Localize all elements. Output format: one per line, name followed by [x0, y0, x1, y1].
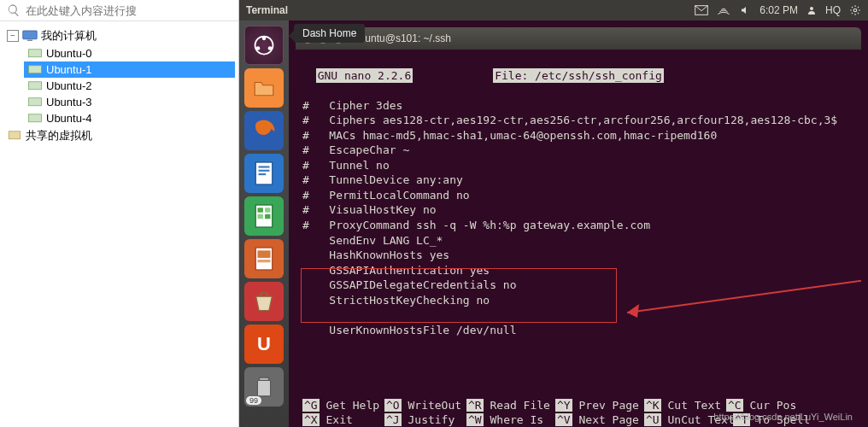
firefox-icon[interactable]: [244, 111, 284, 150]
vm-display: Terminal 6:02 PM HQ Dash Home: [239, 0, 868, 427]
config-line: # Cipher 3des: [302, 99, 402, 112]
config-line: HashKnownHosts yes: [302, 249, 449, 261]
vm-icon: [27, 80, 43, 92]
svg-rect-2: [29, 49, 42, 56]
svg-rect-29: [260, 377, 269, 380]
unity-launcher: U 99: [239, 20, 289, 427]
search-icon: [7, 3, 21, 17]
svg-point-13: [268, 46, 273, 50]
computer-icon: [22, 30, 38, 42]
user-icon[interactable]: [806, 5, 817, 15]
ubuntu-one-icon[interactable]: U: [244, 325, 284, 364]
active-app-title: Terminal: [246, 4, 288, 16]
search-input[interactable]: [26, 4, 232, 17]
vm-tree: − 我的计算机 Ubuntu-0 Ubuntu-1 Ubuntu-2 Ubunt…: [0, 21, 238, 150]
files-icon[interactable]: [244, 68, 284, 108]
dash-home-icon[interactable]: [244, 26, 284, 65]
svg-rect-3: [29, 65, 42, 73]
search-bar[interactable]: [0, 0, 238, 21]
svg-rect-5: [29, 97, 42, 105]
svg-rect-0: [23, 31, 38, 39]
config-line: # ProxyCommand ssh -q -W %h:%p gateway.e…: [302, 219, 650, 231]
svg-rect-24: [265, 214, 270, 219]
shared-icon: [7, 130, 22, 142]
config-line: # Tunnel no: [302, 159, 390, 172]
config-line: # EscapeChar ~: [302, 143, 409, 156]
svg-rect-6: [29, 114, 42, 121]
trash-icon[interactable]: 99: [244, 367, 284, 407]
svg-rect-7: [9, 132, 21, 139]
config-line: # Ciphers aes128-ctr,aes192-ctr,aes256-c…: [302, 114, 837, 126]
tree-label: 我的计算机: [41, 28, 97, 44]
nano-file: File: /etc/ssh/ssh_config: [493, 68, 664, 84]
clock[interactable]: 6:02 PM: [760, 4, 798, 16]
volume-icon[interactable]: [739, 5, 751, 15]
tree-root-shared[interactable]: 共享的虚拟机: [3, 126, 235, 145]
vm-sidebar: − 我的计算机 Ubuntu-0 Ubuntu-1 Ubuntu-2 Ubunt…: [0, 0, 239, 427]
svg-rect-26: [257, 250, 270, 258]
vm-icon: [27, 48, 43, 60]
tree-item-ubuntu-0[interactable]: Ubuntu-0: [24, 45, 235, 61]
svg-rect-23: [257, 214, 262, 219]
tree-item-label: Ubuntu-3: [46, 96, 91, 108]
vm-icon: [27, 97, 43, 108]
config-line: # TunnelDevice any:any: [302, 173, 463, 186]
annotation-arrow-icon: [619, 272, 861, 348]
tree-item-ubuntu-2[interactable]: Ubuntu-2: [24, 78, 235, 94]
terminal-title: ubuntu@s101: ~/.ssh: [354, 32, 451, 44]
collapse-icon[interactable]: −: [7, 30, 19, 42]
calc-icon[interactable]: [244, 196, 284, 236]
svg-point-9: [810, 7, 813, 10]
tree-item-label: Ubuntu-2: [46, 79, 91, 92]
tree-root-mycomputer[interactable]: − 我的计算机: [3, 26, 235, 45]
svg-rect-17: [259, 166, 270, 167]
svg-rect-4: [29, 81, 42, 89]
terminal-window: ubuntu@s101: ~/.ssh GNU nano 2.2.6 File:…: [289, 20, 868, 427]
gear-icon[interactable]: [849, 4, 861, 16]
network-icon[interactable]: [717, 5, 730, 15]
config-line: # PermitLocalCommand no: [302, 189, 470, 202]
config-line: # MACs hmac-md5,hmac-sha1,umac-64@openss…: [302, 129, 717, 142]
terminal-body[interactable]: GNU nano 2.2.6 File: /etc/ssh/ssh_config…: [296, 50, 861, 427]
trash-badge: 99: [246, 396, 261, 405]
tree-item-label: Ubuntu-1: [46, 63, 91, 76]
svg-rect-21: [257, 208, 262, 212]
impress-icon[interactable]: [244, 239, 284, 278]
tree-item-ubuntu-4[interactable]: Ubuntu-4: [24, 110, 235, 126]
svg-line-30: [627, 280, 861, 313]
vm-icon: [27, 64, 43, 76]
system-tray[interactable]: 6:02 PM HQ: [695, 4, 861, 16]
svg-rect-28: [257, 380, 270, 395]
svg-point-10: [853, 9, 857, 12]
software-center-icon[interactable]: [244, 282, 284, 321]
svg-rect-22: [265, 208, 270, 212]
svg-rect-19: [259, 173, 267, 175]
nano-version: GNU nano 2.2.6: [316, 68, 413, 84]
svg-marker-31: [627, 304, 639, 318]
config-line: SendEnv LANG LC_*: [302, 234, 443, 247]
dash-tooltip: Dash Home: [294, 24, 365, 43]
annotation-box: [301, 268, 617, 323]
vm-icon: [27, 113, 43, 125]
tree-item-label: Ubuntu-0: [46, 47, 91, 60]
user-label[interactable]: HQ: [825, 4, 841, 16]
tree-item-ubuntu-3[interactable]: Ubuntu-3: [24, 94, 235, 110]
svg-rect-27: [257, 260, 270, 262]
svg-rect-18: [259, 170, 270, 172]
ubuntu-topbar: Terminal 6:02 PM HQ: [239, 0, 868, 20]
tree-label: 共享的虚拟机: [26, 128, 92, 143]
tree-item-ubuntu-1[interactable]: Ubuntu-1: [24, 61, 235, 78]
config-line: UserKnownHostsFile /dev/null: [302, 324, 516, 336]
tree-item-label: Ubuntu-4: [46, 112, 91, 125]
watermark: https://blog.csdn.net/LuYi_WeiLin: [713, 412, 853, 422]
svg-point-12: [262, 37, 267, 41]
mail-icon[interactable]: [695, 5, 708, 15]
writer-icon[interactable]: [244, 154, 284, 193]
svg-point-14: [256, 46, 261, 50]
config-line: # VisualHostKey no: [302, 203, 437, 216]
svg-rect-1: [27, 40, 32, 42]
terminal-titlebar[interactable]: ubuntu@s101: ~/.ssh: [296, 27, 861, 50]
